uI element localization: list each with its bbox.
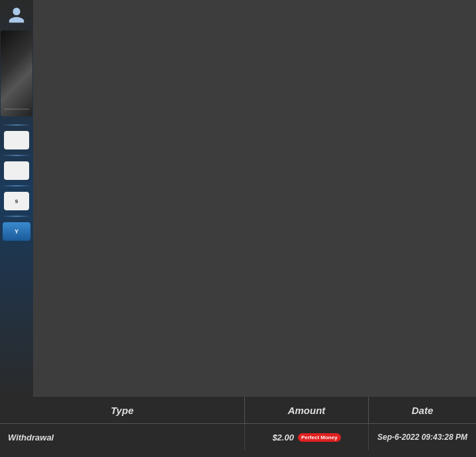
sidebar-image-card — [1, 30, 32, 116]
cell-date: Sep-6-2022 09:43:28 PM — [369, 424, 476, 450]
sidebar-divider-3 — [2, 185, 31, 187]
user-icon — [7, 6, 26, 24]
cell-amount: $2.00 Perfect Money — [245, 424, 369, 450]
sidebar-button-1[interactable] — [4, 131, 29, 149]
table-row: Withdrawal $2.00 Perfect Money Sep-6-202… — [0, 424, 476, 450]
sidebar-divider-4 — [2, 216, 31, 217]
sidebar-button-s[interactable]: s — [4, 192, 29, 210]
column-header-type: Type — [0, 397, 245, 423]
cell-type: Withdrawal — [0, 424, 245, 450]
main-content — [33, 0, 476, 397]
sidebar-button-2[interactable] — [4, 161, 29, 180]
transaction-table: Type Amount Date Withdrawal $2.00 Perfec… — [0, 397, 476, 457]
column-header-amount: Amount — [245, 397, 369, 423]
column-header-date: Date — [369, 397, 476, 423]
sidebar: s Y — [0, 0, 33, 397]
sidebar-divider-2 — [2, 155, 31, 156]
table-header: Type Amount Date — [0, 397, 476, 424]
payment-method-badge: Perfect Money — [298, 433, 341, 442]
avatar — [5, 3, 28, 27]
sidebar-action-button[interactable]: Y — [3, 222, 30, 241]
sidebar-divider — [2, 124, 31, 126]
